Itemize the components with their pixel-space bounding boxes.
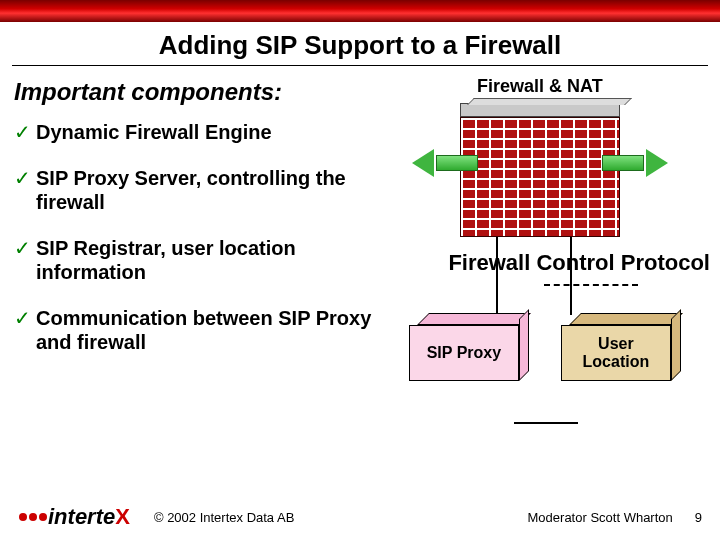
bullet-item: ✓ SIP Proxy Server, controlling the fire… [14,166,374,214]
check-icon: ✓ [14,166,36,214]
dot-icon [39,513,47,521]
firewall-label: Firewall & NAT [374,76,706,97]
copyright: © 2002 Intertex Data AB [154,510,294,525]
sip-proxy-box: SIP Proxy [409,313,519,381]
sip-proxy-label: SIP Proxy [409,325,519,381]
firewall-graphic [460,103,620,237]
connector-line [570,237,572,315]
bullet-text: Dynamic Firewall Engine [36,120,272,144]
check-icon: ✓ [14,120,36,144]
user-location-label: User Location [561,325,671,381]
user-location-box: User Location [561,313,671,381]
moderator: Moderator Scott Wharton [528,510,673,525]
dot-icon [29,513,37,521]
slide-title: Adding SIP Support to a Firewall [0,22,720,65]
arrow-right-icon [602,149,666,177]
brand-logo: interteX [18,504,130,530]
bullet-text: SIP Registrar, user location information [36,236,374,284]
page-number: 9 [695,510,702,525]
brand-text: X [115,504,130,530]
brand-text: inter [48,504,96,530]
dot-icon [19,513,27,521]
header-accent-bar [0,0,720,22]
connector-line [514,422,578,424]
bullet-text: SIP Proxy Server, controlling the firewa… [36,166,374,214]
bullet-item: ✓ Dynamic Firewall Engine [14,120,374,144]
bullet-item: ✓ SIP Registrar, user location informati… [14,236,374,284]
check-icon: ✓ [14,236,36,284]
check-icon: ✓ [14,306,36,354]
diagram: Firewall & NAT Firewall Control Protocol… [374,74,706,381]
title-rule [12,65,708,66]
section-heading: Important components: [14,78,374,106]
footer: interteX © 2002 Intertex Data AB Moderat… [0,504,720,530]
connector-line [496,237,498,315]
bullet-item: ✓ Communication between SIP Proxy and fi… [14,306,374,354]
brand-text: te [96,504,116,530]
bullet-text: Communication between SIP Proxy and fire… [36,306,374,354]
arrow-left-icon [414,149,478,177]
